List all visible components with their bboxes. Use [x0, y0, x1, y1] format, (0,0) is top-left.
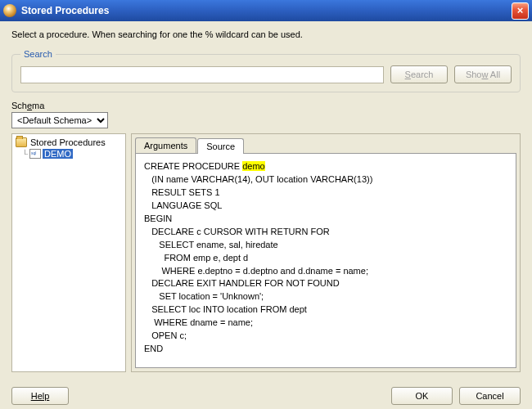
tree-root-label: Stored Procedures	[30, 137, 106, 147]
tree-panel[interactable]: Stored Procedures └ DEMO	[11, 133, 126, 372]
schema-label: Schema	[11, 101, 521, 110]
instruction-text: Select a procedure. When searching for o…	[11, 29, 521, 39]
search-legend: Search	[20, 49, 56, 59]
window-title: Stored Procedures	[21, 5, 512, 16]
cancel-button[interactable]: Cancel	[459, 387, 521, 405]
tree-connector: └	[22, 150, 28, 159]
search-group: Search Search Show All	[11, 49, 521, 92]
tab-source[interactable]: Source	[197, 138, 244, 154]
search-input[interactable]	[20, 66, 384, 83]
app-icon	[3, 4, 16, 17]
ok-button[interactable]: OK	[391, 387, 453, 405]
folder-icon	[16, 137, 27, 147]
tree-root[interactable]: Stored Procedures	[16, 137, 122, 147]
procedure-icon	[29, 149, 41, 159]
show-all-button[interactable]: Show All	[454, 65, 512, 83]
titlebar: Stored Procedures ×	[0, 0, 532, 21]
source-view[interactable]: CREATE PROCEDURE demo (IN name VARCHAR(1…	[135, 153, 516, 368]
tab-arguments[interactable]: Arguments	[135, 137, 196, 153]
tree-item-label: DEMO	[43, 149, 73, 159]
help-button[interactable]: Help	[11, 387, 69, 405]
close-button[interactable]: ×	[512, 2, 529, 20]
tree-item[interactable]: └ DEMO	[22, 149, 122, 159]
schema-select[interactable]: <Default Schema>	[11, 112, 108, 128]
tabstrip: Arguments Source	[135, 137, 516, 153]
right-panel: Arguments Source CREATE PROCEDURE demo (…	[131, 133, 521, 372]
search-button[interactable]: Search	[390, 65, 448, 83]
